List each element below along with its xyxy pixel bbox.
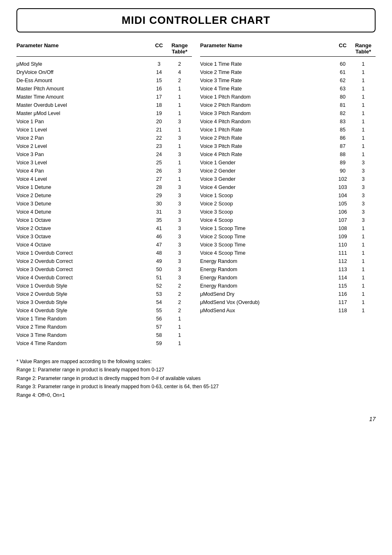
range-value: 1 [167,126,192,134]
table-row: Voice 2 Time Rate 61 1 [200,68,376,76]
cc-value: 17 [151,93,167,101]
param-name: Voice 3 Time Rate [200,76,334,85]
range-value: 1 [351,142,376,150]
param-name: Voice 3 Pitch Random [200,109,334,117]
table-row: Voice 2 Overdub Correct 49 3 [16,257,192,265]
cc-value: 23 [151,142,167,150]
param-name: Energy Random [200,265,334,274]
range-value: 2 [167,298,192,306]
range-value: 1 [351,93,376,101]
cc-value: 104 [334,191,351,200]
param-name: Voice 2 Pan [16,134,151,142]
table-row: Energy Random 113 1 [200,265,376,274]
table-row: Energy Random 114 1 [200,274,376,282]
range-value: 1 [351,117,376,126]
param-name: Voice 2 Time Rate [200,68,334,76]
cc-value: 24 [151,150,167,159]
cc-value: 112 [334,257,351,265]
param-name: Voice 2 Pitch Random [200,101,334,109]
range-value: 2 [167,282,192,290]
table-row: μMod Style 3 2 [16,60,192,68]
left-rows-container: μMod Style 3 2 DryVoice On/Off 14 4 De-E… [16,60,192,348]
cc-value: 48 [151,249,167,257]
range-value: 2 [167,60,192,68]
range-value: 3 [167,249,192,257]
right-range-header: RangeTable* [351,42,376,55]
param-name: Voice 1 Time Random [16,315,151,323]
table-row: Voice 2 Pan 22 3 [16,134,192,142]
cc-value: 31 [151,208,167,216]
table-row: Voice 4 Scoop 107 3 [200,216,376,224]
table-row: Voice 3 Overdub Style 54 2 [16,298,192,306]
range-value: 1 [167,159,192,167]
footnote-line: Range 3: Parameter range in product is l… [16,382,376,391]
range-value: 1 [167,331,192,339]
range-value: 2 [167,290,192,298]
range-value: 3 [167,224,192,233]
cc-value: 85 [334,126,351,134]
param-name: Voice 1 Overdub Correct [16,249,151,257]
param-name: Voice 3 Octave [16,233,151,241]
range-value: 3 [167,134,192,142]
footnote-line: Range 1: Parameter range in product is l… [16,366,376,374]
param-name: Voice 4 Pan [16,167,151,175]
param-name: Voice 2 Scoop Time [200,233,334,241]
table-row: Voice 3 Time Random 58 1 [16,331,192,339]
table-row: Master Time Amount 17 1 [16,93,192,101]
table-row: Voice 3 Overdub Correct 50 3 [16,265,192,274]
page-title-wrapper: MIDI CONTROLLER CHART [16,8,376,32]
cc-value: 50 [151,265,167,274]
columns-wrapper: Parameter Name CC RangeTable* μMod Style… [16,42,376,348]
range-value: 3 [351,200,376,208]
cc-value: 51 [151,274,167,282]
param-name: Master μMod Level [16,109,151,117]
param-name: Voice 4 Level [16,175,151,183]
range-value: 1 [167,109,192,117]
range-value: 1 [351,274,376,282]
param-name: μModSend Dry [200,290,334,298]
cc-value: 89 [334,159,351,167]
param-name: Voice 4 Overdub Style [16,306,151,315]
cc-value: 81 [334,101,351,109]
cc-value: 3 [151,60,167,68]
param-name: Voice 1 Detune [16,183,151,191]
cc-value: 103 [334,183,351,191]
table-row: Voice 1 Level 21 1 [16,126,192,134]
table-row: Voice 1 Time Random 56 1 [16,315,192,323]
range-value: 1 [351,76,376,85]
left-column: Parameter Name CC RangeTable* μMod Style… [16,42,192,348]
param-name: Energy Random [200,274,334,282]
range-value: 1 [351,306,376,315]
footnote-line: Range 4: Off=0, On=1 [16,391,376,399]
table-row: Voice 4 Overdub Correct 51 3 [16,274,192,282]
cc-value: 22 [151,134,167,142]
param-name: Voice 3 Overdub Correct [16,265,151,274]
cc-value: 105 [334,200,351,208]
table-row: Voice 3 Scoop 106 3 [200,208,376,216]
right-column: Parameter Name CC RangeTable* Voice 1 Ti… [200,42,376,315]
range-value: 1 [351,126,376,134]
table-row: Voice 2 Scoop 105 3 [200,200,376,208]
cc-value: 25 [151,159,167,167]
range-value: 1 [351,224,376,233]
range-value: 3 [167,183,192,191]
param-name: Voice 1 Octave [16,216,151,224]
param-name: Voice 3 Scoop [200,208,334,216]
param-name: Voice 3 Detune [16,200,151,208]
cc-value: 54 [151,298,167,306]
table-row: Voice 2 Octave 41 3 [16,224,192,233]
table-row: Voice 1 Gender 89 3 [200,159,376,167]
cc-value: 16 [151,85,167,93]
range-value: 1 [167,93,192,101]
range-value: 3 [167,241,192,249]
cc-value: 26 [151,167,167,175]
param-name: Master Pitch Amount [16,85,151,93]
cc-value: 49 [151,257,167,265]
table-row: Voice 1 Pitch Random 80 1 [200,93,376,101]
range-value: 1 [167,175,192,183]
cc-value: 46 [151,233,167,241]
table-row: Voice 4 Time Random 59 1 [16,339,192,348]
table-row: Voice 3 Pan 24 3 [16,150,192,159]
range-value: 3 [167,200,192,208]
range-value: 1 [351,290,376,298]
